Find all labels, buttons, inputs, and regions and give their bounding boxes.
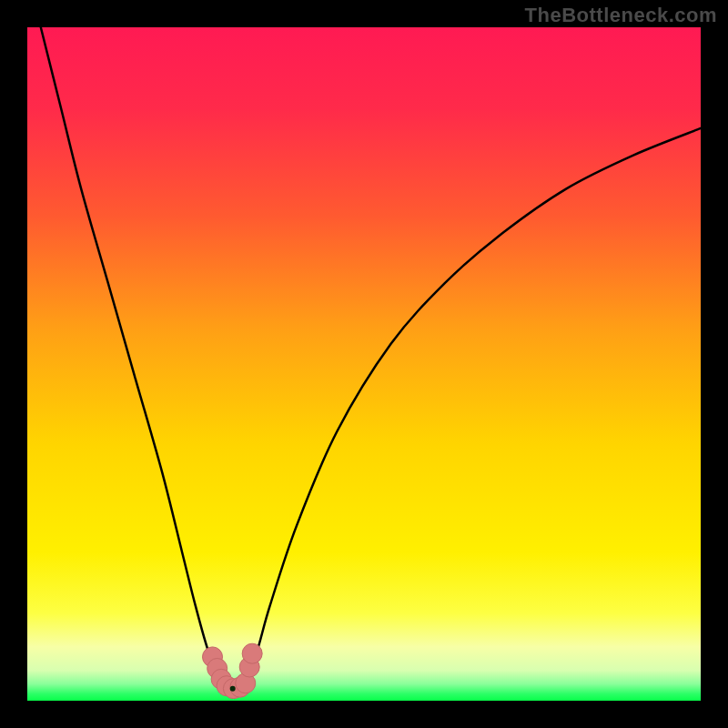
marker-cluster [203, 643, 263, 698]
chart-frame: TheBottleneck.com [0, 0, 728, 728]
bottleneck-curve-svg [27, 27, 701, 701]
plot-area [27, 27, 701, 701]
marker-dot [242, 643, 262, 663]
watermark-text: TheBottleneck.com [525, 4, 717, 27]
bottleneck-curve [41, 27, 701, 691]
minimum-dot [230, 686, 236, 692]
